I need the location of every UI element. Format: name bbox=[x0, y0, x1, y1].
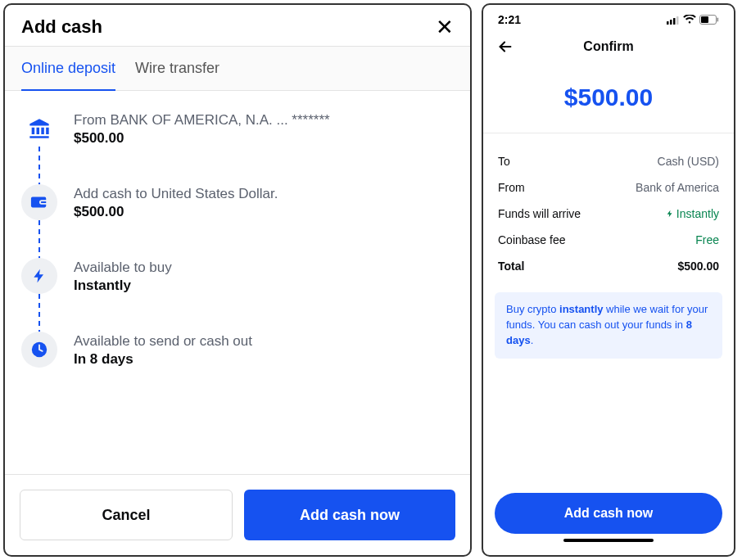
step-from-label: From BANK OF AMERICA, N.A. ... ******* bbox=[74, 112, 330, 129]
clock-icon bbox=[21, 332, 57, 368]
detail-from-value: Bank of America bbox=[636, 181, 719, 194]
step-add-cash: Add cash to United States Dollar. $500.0… bbox=[21, 184, 454, 258]
detail-from-key: From bbox=[498, 181, 525, 194]
svg-rect-6 bbox=[701, 16, 708, 23]
detail-arrive-value: Instantly bbox=[666, 207, 719, 220]
detail-arrive-text: Instantly bbox=[676, 207, 719, 220]
detail-total-key: Total bbox=[498, 260, 524, 273]
step-add-value: $500.00 bbox=[74, 204, 278, 220]
svg-rect-1 bbox=[667, 21, 669, 25]
svg-rect-3 bbox=[673, 18, 676, 25]
tab-wire-transfer[interactable]: Wire transfer bbox=[135, 47, 219, 90]
step-available-buy: Available to buy Instantly bbox=[21, 258, 454, 332]
add-cash-now-pill-button[interactable]: Add cash now bbox=[495, 493, 722, 534]
deposit-steps: From BANK OF AMERICA, N.A. ... ******* $… bbox=[5, 91, 470, 474]
detail-fee-value: Free bbox=[695, 233, 719, 246]
confirm-header: Confirm bbox=[483, 29, 734, 69]
confirm-details: To Cash (USD) From Bank of America Funds… bbox=[483, 133, 734, 287]
step-add-label: Add cash to United States Dollar. bbox=[74, 186, 278, 202]
bank-icon bbox=[21, 111, 57, 147]
status-bar: 2:21 bbox=[483, 5, 734, 29]
confirm-footer: Add cash now bbox=[483, 481, 734, 555]
status-time: 2:21 bbox=[498, 13, 521, 26]
step-from-value: $500.00 bbox=[74, 130, 330, 147]
confirm-title: Confirm bbox=[483, 39, 734, 54]
tab-online-deposit[interactable]: Online deposit bbox=[21, 47, 115, 90]
detail-total: Total $500.00 bbox=[498, 253, 719, 279]
home-indicator bbox=[563, 539, 654, 542]
detail-to: To Cash (USD) bbox=[498, 148, 719, 174]
step-send-label: Available to send or cash out bbox=[74, 333, 252, 350]
cellular-icon bbox=[667, 16, 680, 25]
status-icons bbox=[667, 15, 719, 25]
detail-from: From Bank of America bbox=[498, 174, 719, 201]
modal-title: Add cash bbox=[21, 16, 102, 38]
wallet-icon bbox=[21, 184, 57, 220]
confirm-screen: 2:21 Confirm $500.00 To Cash (USD) From … bbox=[482, 3, 735, 557]
cancel-button[interactable]: Cancel bbox=[20, 490, 233, 540]
close-icon[interactable]: ✕ bbox=[436, 16, 454, 38]
svg-rect-2 bbox=[670, 20, 672, 25]
detail-to-key: To bbox=[498, 155, 510, 168]
detail-arrive: Funds will arrive Instantly bbox=[498, 201, 719, 227]
deposit-tabs: Online deposit Wire transfer bbox=[5, 46, 470, 91]
detail-fee-key: Coinbase fee bbox=[498, 233, 566, 246]
lightning-small-icon bbox=[666, 209, 674, 219]
add-cash-modal: Add cash ✕ Online deposit Wire transfer … bbox=[3, 3, 472, 557]
detail-arrive-key: Funds will arrive bbox=[498, 207, 581, 220]
svg-rect-7 bbox=[717, 18, 719, 22]
step-send-value: In 8 days bbox=[74, 351, 252, 368]
step-buy-value: Instantly bbox=[74, 278, 172, 294]
back-arrow-icon[interactable] bbox=[496, 38, 514, 56]
modal-footer: Cancel Add cash now bbox=[5, 474, 470, 555]
battery-icon bbox=[699, 15, 719, 25]
detail-total-value: $500.00 bbox=[677, 260, 719, 273]
detail-to-value: Cash (USD) bbox=[658, 155, 719, 168]
confirm-amount: $500.00 bbox=[483, 69, 734, 133]
lightning-icon bbox=[21, 258, 57, 294]
svg-rect-4 bbox=[676, 16, 679, 25]
info-banner: Buy crypto instantly while we wait for y… bbox=[495, 292, 722, 359]
add-cash-now-button[interactable]: Add cash now bbox=[244, 490, 455, 540]
detail-fee: Coinbase fee Free bbox=[498, 227, 719, 253]
step-from-bank: From BANK OF AMERICA, N.A. ... ******* $… bbox=[21, 111, 454, 184]
wifi-icon bbox=[683, 15, 696, 25]
step-available-send: Available to send or cash out In 8 days bbox=[21, 332, 454, 381]
step-buy-label: Available to buy bbox=[74, 260, 172, 276]
